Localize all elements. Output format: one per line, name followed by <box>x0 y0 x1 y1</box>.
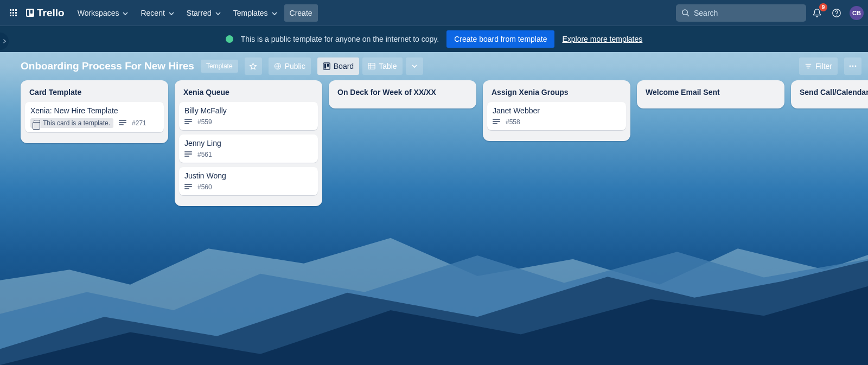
nav-starred[interactable]: Starred <box>181 4 226 22</box>
public-indicator-icon <box>226 35 233 43</box>
user-avatar[interactable]: CB <box>850 6 864 20</box>
card-meta: #559 <box>184 118 312 126</box>
view-board-button[interactable]: Board <box>317 57 359 75</box>
search-icon <box>681 9 690 17</box>
app-switcher-button[interactable] <box>4 4 22 22</box>
template-banner: This is a public template for anyone on … <box>0 26 868 52</box>
card-reference: #558 <box>506 118 520 126</box>
svg-rect-7 <box>327 64 329 67</box>
card-title: Xenia: New Hire Template <box>30 106 158 115</box>
card[interactable]: Justin Wong#560 <box>179 167 318 195</box>
card[interactable]: Jenny Ling#561 <box>179 135 318 163</box>
board-icon <box>323 62 330 70</box>
card-meta: #560 <box>184 183 312 191</box>
card-reference: #561 <box>197 151 212 158</box>
notification-badge: 9 <box>819 3 827 11</box>
chevron-down-icon <box>215 10 220 16</box>
list-title[interactable]: Welcome Email Sent <box>641 86 780 102</box>
chevron-down-icon <box>271 10 277 16</box>
lists-container: Card TemplateXenia: New Hire TemplateThi… <box>21 80 868 206</box>
filter-label: Filter <box>815 62 832 71</box>
chevron-right-icon <box>2 39 7 44</box>
svg-rect-6 <box>324 64 326 69</box>
card-title: Janet Webber <box>493 106 621 115</box>
list-title[interactable]: Send Call/Calendar Invites <box>795 86 868 102</box>
star-board-button[interactable] <box>245 57 262 75</box>
svg-point-3 <box>836 15 837 16</box>
trello-logo-text: Trello <box>37 7 65 19</box>
filter-button[interactable]: Filter <box>799 57 838 75</box>
template-badge: Template <box>201 60 238 73</box>
card-reference: #559 <box>197 118 212 126</box>
chevron-down-icon <box>168 10 174 16</box>
card-title: Justin Wong <box>184 171 312 180</box>
svg-point-17 <box>855 66 857 67</box>
star-icon <box>249 62 257 71</box>
trello-logo-icon <box>26 9 34 17</box>
description-icon <box>184 119 192 125</box>
search-box[interactable] <box>676 4 806 22</box>
table-icon <box>368 62 375 70</box>
card-meta: #561 <box>184 151 312 158</box>
view-table-button[interactable]: Table <box>362 57 402 75</box>
chevron-down-icon <box>411 63 418 69</box>
apps-grid-icon <box>10 9 17 16</box>
view-table-label: Table <box>379 62 397 71</box>
create-board-from-template-button[interactable]: Create board from template <box>446 30 554 48</box>
search-input[interactable] <box>694 9 801 17</box>
card-title: Jenny Ling <box>184 139 312 148</box>
explore-templates-link[interactable]: Explore more templates <box>562 35 642 43</box>
nav-templates[interactable]: Templates <box>228 4 282 22</box>
svg-point-16 <box>852 66 854 67</box>
board-title[interactable]: Onboarding Process For New Hires <box>21 60 194 72</box>
create-button[interactable]: Create <box>284 4 318 22</box>
visibility-label: Public <box>285 62 305 71</box>
board-header: Onboarding Process For New Hires Templat… <box>9 52 868 80</box>
list: Assign Xenia GroupsJanet Webber#558 <box>483 80 630 141</box>
svg-point-0 <box>682 10 687 15</box>
view-board-label: Board <box>334 62 354 71</box>
svg-point-2 <box>833 9 840 16</box>
help-button[interactable] <box>828 4 845 22</box>
nav-recent[interactable]: Recent <box>135 4 178 22</box>
list: Send Call/Calendar Invites <box>791 80 868 108</box>
template-icon <box>34 120 40 126</box>
list-title[interactable]: Xenia Queue <box>179 86 318 102</box>
svg-point-15 <box>850 66 851 67</box>
svg-line-1 <box>687 14 689 16</box>
trello-logo[interactable]: Trello <box>26 7 65 19</box>
view-switcher-more-button[interactable] <box>406 57 423 75</box>
nav-label: Workspaces <box>78 9 119 17</box>
description-icon <box>184 151 192 158</box>
nav-label: Starred <box>187 9 212 17</box>
nav-workspaces[interactable]: Workspaces <box>72 4 133 22</box>
more-horizontal-icon <box>848 62 857 71</box>
banner-message: This is a public template for anyone on … <box>241 35 439 43</box>
avatar-initials: CB <box>852 10 861 16</box>
board-menu-button[interactable] <box>844 57 861 75</box>
help-icon <box>832 8 841 18</box>
svg-rect-8 <box>368 63 375 69</box>
view-switcher: Board Table <box>317 57 423 75</box>
visibility-button[interactable]: Public <box>269 57 311 75</box>
globe-icon <box>274 62 282 70</box>
list: Xenia QueueBilly McFally#559Jenny Ling#5… <box>175 80 322 206</box>
filter-icon <box>805 62 812 70</box>
description-icon <box>184 184 192 190</box>
card[interactable]: Janet Webber#558 <box>487 102 626 130</box>
description-icon <box>119 120 126 126</box>
card-reference: #271 <box>132 119 146 127</box>
chevron-down-icon <box>122 10 127 16</box>
list: Welcome Email Sent <box>637 80 784 108</box>
top-nav: Trello Workspaces Recent Starred Templat… <box>0 0 868 26</box>
create-label: Create <box>290 9 312 17</box>
card[interactable]: Xenia: New Hire TemplateThis card is a t… <box>25 102 164 132</box>
list-title[interactable]: On Deck for Week of XX/XX <box>333 86 472 102</box>
card-title: Billy McFally <box>184 106 312 115</box>
list-title[interactable]: Card Template <box>25 86 164 102</box>
card[interactable]: Billy McFally#559 <box>179 102 318 130</box>
notifications-button[interactable]: 9 <box>808 4 826 22</box>
list-title[interactable]: Assign Xenia Groups <box>487 86 626 102</box>
card-meta: #558 <box>493 118 621 126</box>
lists-viewport[interactable]: Card TemplateXenia: New Hire TemplateThi… <box>9 80 868 228</box>
